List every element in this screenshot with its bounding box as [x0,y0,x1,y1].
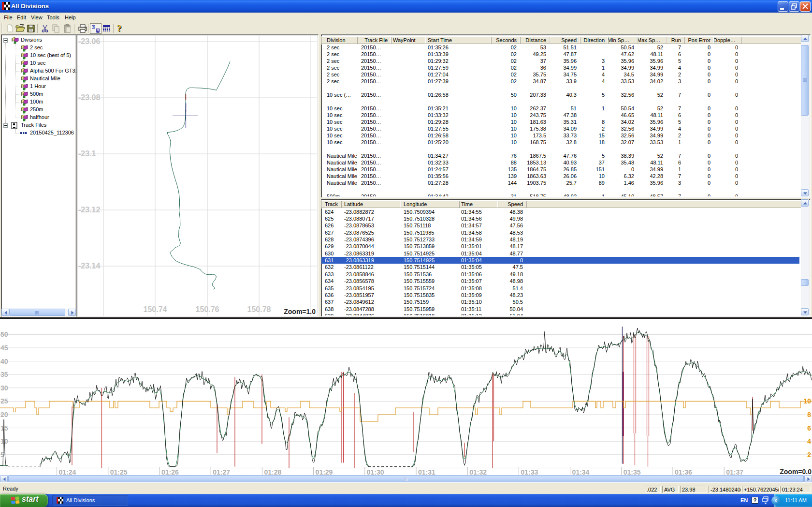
svg-text:-23.14: -23.14 [78,262,100,270]
svg-text:150.76: 150.76 [196,305,219,313]
svg-text:10: 10 [803,397,811,405]
svg-text:6: 6 [807,424,811,432]
svg-text:50: 50 [0,330,8,338]
svg-text:-23.12: -23.12 [78,206,100,214]
svg-text:45: 45 [0,344,8,352]
svg-text:D: D [97,29,100,32]
svg-text:2: 2 [807,451,811,459]
svg-text:150.74: 150.74 [144,305,167,313]
svg-text:40: 40 [0,358,8,365]
svg-text:4: 4 [807,437,811,445]
svg-text:20: 20 [0,411,8,418]
svg-text:30: 30 [0,384,8,392]
svg-text:35: 35 [0,371,8,378]
svg-text:D: D [93,26,95,29]
svg-text:?: ? [117,24,121,33]
svg-text:25: 25 [0,397,8,405]
svg-text:-23.08: -23.08 [78,93,100,102]
svg-text:Zoom=0.0: Zoom=0.0 [780,468,812,476]
svg-text:-23.1: -23.1 [78,149,96,158]
svg-text:Zoom=1.0: Zoom=1.0 [284,308,316,315]
svg-text:-23.06: -23.06 [78,37,100,45]
svg-text:150.78: 150.78 [247,305,271,313]
svg-text:5: 5 [0,451,4,459]
svg-text:8: 8 [807,411,811,418]
